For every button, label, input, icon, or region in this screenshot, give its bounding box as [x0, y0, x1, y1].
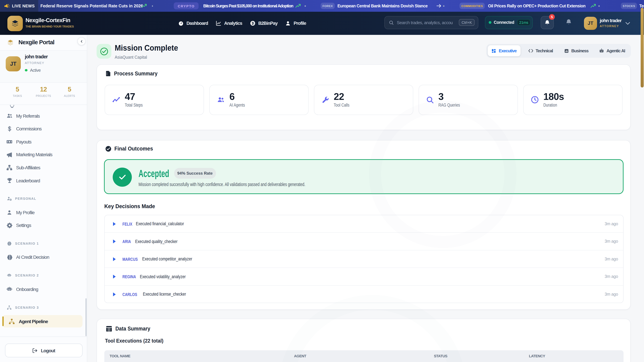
svg-text:₿: ₿	[252, 21, 254, 25]
